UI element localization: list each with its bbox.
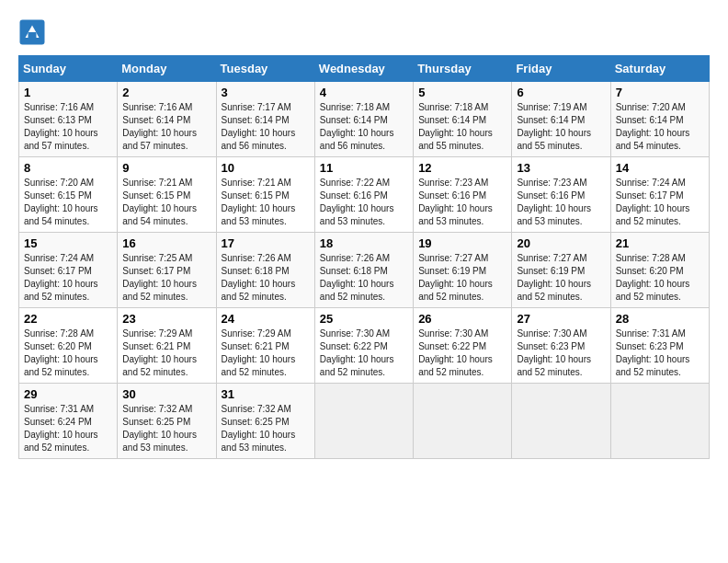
calendar-cell: 22Sunrise: 7:28 AM Sunset: 6:20 PM Dayli… xyxy=(19,308,118,384)
calendar-cell: 5Sunrise: 7:18 AM Sunset: 6:14 PM Daylig… xyxy=(414,82,512,157)
calendar-header: Sunday Monday Tuesday Wednesday Thursday… xyxy=(19,56,710,82)
day-info: Sunrise: 7:23 AM Sunset: 6:16 PM Dayligh… xyxy=(517,177,605,228)
col-tuesday: Tuesday xyxy=(216,56,314,82)
day-info: Sunrise: 7:18 AM Sunset: 6:14 PM Dayligh… xyxy=(418,101,506,153)
day-info: Sunrise: 7:30 AM Sunset: 6:22 PM Dayligh… xyxy=(418,327,506,379)
day-number: 6 xyxy=(517,86,605,99)
calendar-cell: 29Sunrise: 7:31 AM Sunset: 6:24 PM Dayli… xyxy=(19,384,118,459)
day-number: 26 xyxy=(418,312,506,326)
calendar-cell: 20Sunrise: 7:27 AM Sunset: 6:19 PM Dayli… xyxy=(512,233,610,308)
calendar-cell: 8Sunrise: 7:20 AM Sunset: 6:15 PM Daylig… xyxy=(19,157,118,233)
header xyxy=(18,18,710,46)
day-info: Sunrise: 7:16 AM Sunset: 6:14 PM Dayligh… xyxy=(122,101,210,153)
calendar-cell: 1Sunrise: 7:16 AM Sunset: 6:13 PM Daylig… xyxy=(19,82,118,157)
col-sunday: Sunday xyxy=(19,56,118,82)
col-saturday: Saturday xyxy=(610,56,709,82)
day-info: Sunrise: 7:22 AM Sunset: 6:16 PM Dayligh… xyxy=(320,177,408,228)
calendar-cell: 28Sunrise: 7:31 AM Sunset: 6:23 PM Dayli… xyxy=(610,308,709,384)
col-monday: Monday xyxy=(118,56,216,82)
calendar-cell: 16Sunrise: 7:25 AM Sunset: 6:17 PM Dayli… xyxy=(118,233,216,308)
day-info: Sunrise: 7:32 AM Sunset: 6:25 PM Dayligh… xyxy=(122,403,210,454)
day-number: 4 xyxy=(320,86,408,99)
day-number: 22 xyxy=(24,312,112,326)
day-info: Sunrise: 7:21 AM Sunset: 6:15 PM Dayligh… xyxy=(222,177,310,228)
day-number: 14 xyxy=(616,161,704,175)
day-number: 20 xyxy=(517,236,605,250)
day-info: Sunrise: 7:30 AM Sunset: 6:22 PM Dayligh… xyxy=(320,327,408,379)
day-number: 19 xyxy=(418,236,506,250)
calendar-cell: 11Sunrise: 7:22 AM Sunset: 6:16 PM Dayli… xyxy=(314,157,413,233)
calendar-cell: 17Sunrise: 7:26 AM Sunset: 6:18 PM Dayli… xyxy=(216,233,314,308)
day-number: 9 xyxy=(122,161,210,175)
day-number: 30 xyxy=(122,387,210,401)
calendar-cell: 10Sunrise: 7:21 AM Sunset: 6:15 PM Dayli… xyxy=(216,157,314,233)
calendar-cell: 6Sunrise: 7:19 AM Sunset: 6:14 PM Daylig… xyxy=(512,82,610,157)
day-number: 21 xyxy=(616,236,704,250)
calendar-week-5: 29Sunrise: 7:31 AM Sunset: 6:24 PM Dayli… xyxy=(19,384,710,459)
calendar-week-4: 22Sunrise: 7:28 AM Sunset: 6:20 PM Dayli… xyxy=(19,308,710,384)
day-info: Sunrise: 7:24 AM Sunset: 6:17 PM Dayligh… xyxy=(24,252,112,304)
calendar-cell: 19Sunrise: 7:27 AM Sunset: 6:19 PM Dayli… xyxy=(414,233,512,308)
day-number: 15 xyxy=(24,236,112,250)
calendar-cell: 18Sunrise: 7:26 AM Sunset: 6:18 PM Dayli… xyxy=(314,233,413,308)
calendar-cell: 12Sunrise: 7:23 AM Sunset: 6:16 PM Dayli… xyxy=(414,157,512,233)
col-thursday: Thursday xyxy=(414,56,512,82)
calendar-cell xyxy=(512,384,610,459)
day-number: 29 xyxy=(24,387,112,401)
day-info: Sunrise: 7:18 AM Sunset: 6:14 PM Dayligh… xyxy=(320,101,408,153)
day-number: 2 xyxy=(122,86,210,99)
calendar-cell: 23Sunrise: 7:29 AM Sunset: 6:21 PM Dayli… xyxy=(118,308,216,384)
day-number: 31 xyxy=(222,387,310,401)
day-info: Sunrise: 7:27 AM Sunset: 6:19 PM Dayligh… xyxy=(517,252,605,304)
calendar-table: Sunday Monday Tuesday Wednesday Thursday… xyxy=(18,55,710,459)
day-info: Sunrise: 7:16 AM Sunset: 6:13 PM Dayligh… xyxy=(24,101,112,153)
header-row: Sunday Monday Tuesday Wednesday Thursday… xyxy=(19,56,710,82)
calendar-cell: 31Sunrise: 7:32 AM Sunset: 6:25 PM Dayli… xyxy=(216,384,314,459)
calendar-cell: 25Sunrise: 7:30 AM Sunset: 6:22 PM Dayli… xyxy=(314,308,413,384)
day-number: 24 xyxy=(222,312,310,326)
day-info: Sunrise: 7:30 AM Sunset: 6:23 PM Dayligh… xyxy=(517,327,605,379)
day-number: 5 xyxy=(418,86,506,99)
day-info: Sunrise: 7:23 AM Sunset: 6:16 PM Dayligh… xyxy=(418,177,506,228)
svg-rect-2 xyxy=(28,32,37,38)
calendar-body: 1Sunrise: 7:16 AM Sunset: 6:13 PM Daylig… xyxy=(19,82,710,459)
day-info: Sunrise: 7:20 AM Sunset: 6:15 PM Dayligh… xyxy=(24,177,112,228)
day-info: Sunrise: 7:32 AM Sunset: 6:25 PM Dayligh… xyxy=(222,403,310,454)
calendar-week-3: 15Sunrise: 7:24 AM Sunset: 6:17 PM Dayli… xyxy=(19,233,710,308)
calendar-cell: 3Sunrise: 7:17 AM Sunset: 6:14 PM Daylig… xyxy=(216,82,314,157)
day-info: Sunrise: 7:26 AM Sunset: 6:18 PM Dayligh… xyxy=(222,252,310,304)
day-info: Sunrise: 7:28 AM Sunset: 6:20 PM Dayligh… xyxy=(616,252,704,304)
day-info: Sunrise: 7:21 AM Sunset: 6:15 PM Dayligh… xyxy=(122,177,210,228)
day-info: Sunrise: 7:27 AM Sunset: 6:19 PM Dayligh… xyxy=(418,252,506,304)
day-number: 23 xyxy=(122,312,210,326)
calendar-week-2: 8Sunrise: 7:20 AM Sunset: 6:15 PM Daylig… xyxy=(19,157,710,233)
day-info: Sunrise: 7:19 AM Sunset: 6:14 PM Dayligh… xyxy=(517,101,605,153)
day-number: 13 xyxy=(517,161,605,175)
day-info: Sunrise: 7:31 AM Sunset: 6:23 PM Dayligh… xyxy=(616,327,704,379)
day-info: Sunrise: 7:29 AM Sunset: 6:21 PM Dayligh… xyxy=(222,327,310,379)
day-info: Sunrise: 7:26 AM Sunset: 6:18 PM Dayligh… xyxy=(320,252,408,304)
day-info: Sunrise: 7:24 AM Sunset: 6:17 PM Dayligh… xyxy=(616,177,704,228)
calendar-cell: 21Sunrise: 7:28 AM Sunset: 6:20 PM Dayli… xyxy=(610,233,709,308)
day-number: 28 xyxy=(616,312,704,326)
day-number: 11 xyxy=(320,161,408,175)
calendar-cell: 9Sunrise: 7:21 AM Sunset: 6:15 PM Daylig… xyxy=(118,157,216,233)
day-number: 3 xyxy=(222,86,310,99)
day-info: Sunrise: 7:25 AM Sunset: 6:17 PM Dayligh… xyxy=(122,252,210,304)
day-number: 12 xyxy=(418,161,506,175)
calendar-cell: 30Sunrise: 7:32 AM Sunset: 6:25 PM Dayli… xyxy=(118,384,216,459)
calendar-cell: 4Sunrise: 7:18 AM Sunset: 6:14 PM Daylig… xyxy=(314,82,413,157)
logo-icon xyxy=(18,18,46,46)
calendar-cell: 2Sunrise: 7:16 AM Sunset: 6:14 PM Daylig… xyxy=(118,82,216,157)
day-number: 17 xyxy=(222,236,310,250)
day-info: Sunrise: 7:17 AM Sunset: 6:14 PM Dayligh… xyxy=(222,101,310,153)
calendar-cell: 24Sunrise: 7:29 AM Sunset: 6:21 PM Dayli… xyxy=(216,308,314,384)
day-number: 25 xyxy=(320,312,408,326)
day-info: Sunrise: 7:28 AM Sunset: 6:20 PM Dayligh… xyxy=(24,327,112,379)
day-number: 18 xyxy=(320,236,408,250)
calendar-cell xyxy=(314,384,413,459)
day-number: 27 xyxy=(517,312,605,326)
calendar-cell: 7Sunrise: 7:20 AM Sunset: 6:14 PM Daylig… xyxy=(610,82,709,157)
day-number: 1 xyxy=(24,86,112,99)
col-friday: Friday xyxy=(512,56,610,82)
